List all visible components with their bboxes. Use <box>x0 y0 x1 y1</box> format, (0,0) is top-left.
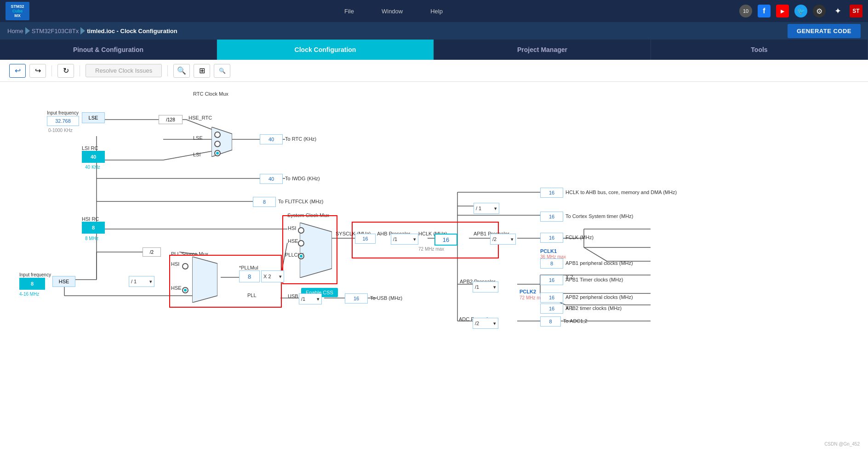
tab-clock[interactable]: Clock Configuration <box>217 40 434 60</box>
hse-div1-select[interactable]: / 1 ▾ <box>129 276 154 287</box>
clock-canvas-area: RTC Clock Mux Input frequency 32.768 0-1… <box>0 82 868 453</box>
rtc-radio-hse[interactable] <box>214 132 221 138</box>
bc-sep-2 <box>80 27 85 34</box>
apb1-prescaler-select[interactable]: /2 ▾ <box>490 234 516 245</box>
nav-file[interactable]: File <box>344 8 354 15</box>
lsi-rc-freq: 40 KHz <box>85 165 100 170</box>
toolbar-separator-3 <box>167 65 168 76</box>
input-freq1-range: 0-1000 KHz <box>48 128 73 133</box>
bc-current: timled.ioc - Clock Configuration <box>87 28 177 34</box>
cortex-timer-value[interactable]: 16 <box>540 212 563 222</box>
pll-src-mux[interactable] <box>192 257 217 303</box>
sysclk-value[interactable]: 16 <box>355 234 376 244</box>
pll-radio-hse[interactable] <box>182 287 188 293</box>
twitter-icon[interactable]: 🐦 <box>794 5 807 17</box>
hclk-value[interactable]: 16 <box>434 234 457 246</box>
usb-prescaler-select[interactable]: /1 ▾ <box>299 293 322 304</box>
github-icon[interactable]: ⚙ <box>813 5 826 17</box>
fclk-value[interactable]: 16 <box>540 233 563 243</box>
apb2-timer-label: APB2 timer clocks (MHz) <box>565 305 622 311</box>
div2-block[interactable]: /2 <box>143 247 161 257</box>
ahb-prescaler-select[interactable]: /1 ▾ <box>391 234 418 245</box>
adc-prescaler-select[interactable]: /2 ▾ <box>473 318 498 329</box>
pll-radio-hsi[interactable] <box>182 263 188 270</box>
sys-clk-mux-label: System Clock Mux <box>287 212 329 218</box>
sys-radio-pll[interactable] <box>298 253 304 259</box>
nav-window[interactable]: Window <box>382 8 403 15</box>
rtc-value[interactable]: 40 <box>260 134 283 144</box>
input-freq2-range: 4-16 MHz <box>19 292 39 297</box>
resolve-clock-button[interactable]: Resolve Clock Issues <box>86 64 162 77</box>
nav-menu: File Window Help <box>48 8 739 15</box>
fit-button[interactable]: ⊞ <box>194 64 210 78</box>
pclk1-label: PCLK1 <box>540 248 557 254</box>
apb2-periph-value[interactable]: 16 <box>540 292 563 303</box>
to-iwdg-label: To IWDG (KHz) <box>285 176 320 181</box>
hse-sys-label: HSE <box>288 238 298 244</box>
tab-tools[interactable]: Tools <box>651 40 868 60</box>
nav-icons: 10 f ▶ 🐦 ⚙ ✦ ST <box>739 5 862 17</box>
hclk-ahb-value[interactable]: 16 <box>540 188 563 198</box>
to-flitfclk-label: To FLITFCLK (MHz) <box>278 199 323 204</box>
pllmul-x-select[interactable]: X 2 ▾ <box>261 270 284 282</box>
apb2-periph-label: APB2 peripheral clocks (MHz) <box>565 294 633 300</box>
hsi-rc-block[interactable]: 8 <box>82 222 105 234</box>
bc-home[interactable]: Home <box>7 28 23 34</box>
lse-block[interactable]: LSE <box>82 112 105 123</box>
diagram-lines <box>5 86 863 448</box>
breadcrumb: Home STM32F103C8Tx timled.ioc - Clock Co… <box>0 22 868 40</box>
refresh-button[interactable]: ↻ <box>57 64 74 78</box>
undo-button[interactable]: ↩ <box>9 64 26 78</box>
iwdg-value[interactable]: 40 <box>260 174 283 184</box>
hse-pll-label: HSE <box>171 285 182 291</box>
nav-help[interactable]: Help <box>430 8 443 15</box>
clock-diagram: RTC Clock Mux Input frequency 32.768 0-1… <box>5 86 863 448</box>
fclk-label: FCLK (MHz) <box>565 235 594 240</box>
tab-pinout[interactable]: Pinout & Configuration <box>0 40 217 60</box>
adc-value[interactable]: 8 <box>540 316 561 327</box>
hse-block[interactable]: HSE <box>52 276 75 287</box>
sys-radio-hsi[interactable] <box>298 227 304 234</box>
sys-clock-mux[interactable] <box>300 223 332 278</box>
pllmul-value[interactable]: 8 <box>239 270 260 282</box>
facebook-icon[interactable]: f <box>758 5 771 17</box>
zoom-in-button[interactable]: 🔍 <box>173 64 190 78</box>
apb1-periph-value[interactable]: 8 <box>540 258 563 269</box>
apb1-timer-value[interactable]: 16 <box>540 275 563 285</box>
hse-div128[interactable]: /128 <box>159 115 183 124</box>
rtc-radio-lsi[interactable] <box>214 150 221 156</box>
youtube-icon[interactable]: ▶ <box>776 5 789 17</box>
generate-code-button[interactable]: GENERATE CODE <box>788 24 861 38</box>
st-icon: ST <box>850 5 862 17</box>
hclk-div1-select[interactable]: / 1 ▾ <box>474 203 499 214</box>
rtc-radio-lse[interactable] <box>214 141 221 147</box>
tab-project[interactable]: Project Manager <box>434 40 651 60</box>
input-freq2-value[interactable]: 8 <box>19 278 45 290</box>
hsi-sys-label: HSI <box>288 225 296 231</box>
bc-chip[interactable]: STM32F103C8Tx <box>32 28 79 34</box>
flitfclk-value[interactable]: 8 <box>253 197 276 207</box>
input-freq1-label: Input frequency <box>47 110 79 115</box>
pllmul-label: *PLLMul <box>239 265 258 270</box>
apb1-periph-label: APB1 peripheral clocks (MHz) <box>565 260 633 266</box>
toolbar-separator-2 <box>80 65 80 76</box>
logo-mx: MX <box>14 13 21 18</box>
usb-value[interactable]: 16 <box>345 293 368 304</box>
lsi-rc-label: LSI RC <box>82 145 98 151</box>
bc-sep-1 <box>25 27 30 34</box>
apb1-timer-label: APB1 Timer clocks (MHz) <box>565 277 623 282</box>
tab-bar: Pinout & Configuration Clock Configurati… <box>0 40 868 60</box>
toolbar: ↩ ↪ ↻ Resolve Clock Issues 🔍 ⊞ 🔍 <box>0 60 868 82</box>
apb2-timer-value[interactable]: 16 <box>540 304 563 314</box>
svg-line-6 <box>163 151 214 160</box>
input-freq1-value[interactable]: 32.768 <box>47 116 79 126</box>
share-icon[interactable]: ✦ <box>831 5 844 17</box>
anniversary-icon: 10 <box>739 5 752 17</box>
lsi-rc-block[interactable]: 40 <box>82 151 105 163</box>
zoom-out-button[interactable]: 🔍 <box>214 64 230 78</box>
apb2-prescaler-select[interactable]: /1 ▾ <box>473 281 498 292</box>
toolbar-separator <box>51 65 52 76</box>
redo-button[interactable]: ↪ <box>29 64 46 78</box>
sys-radio-hse[interactable] <box>298 240 304 247</box>
lsi-mux-label: LSI <box>193 152 201 157</box>
